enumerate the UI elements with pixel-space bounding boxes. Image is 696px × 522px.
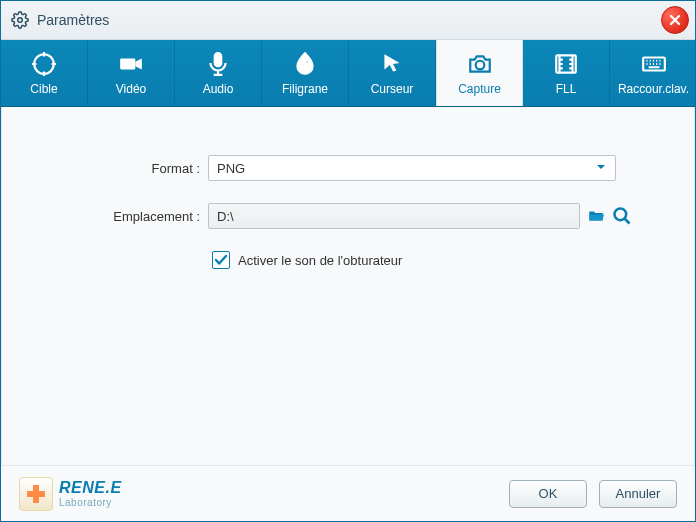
svg-rect-3 (215, 53, 222, 66)
brand-logo: RENE.E Laboratory (19, 477, 122, 511)
tab-video[interactable]: Vidéo (88, 40, 175, 106)
location-input[interactable] (208, 203, 580, 229)
location-label: Emplacement : (22, 209, 208, 224)
logo-box-icon (19, 477, 53, 511)
tabbar: Cible Vidéo Audio Filigrane Curseur Capt… (1, 40, 695, 107)
chevron-down-icon (595, 161, 607, 176)
tab-label: Audio (203, 82, 234, 96)
gear-icon (11, 11, 29, 29)
tab-label: Filigrane (282, 82, 328, 96)
svg-point-0 (18, 18, 23, 23)
tab-raccourci[interactable]: Raccour.clav. (610, 40, 696, 106)
titlebar: Paramètres (1, 1, 695, 40)
logo-text: RENE.E Laboratory (59, 480, 122, 508)
shutter-row: Activer le son de l'obturateur (212, 251, 674, 269)
cancel-button[interactable]: Annuler (599, 480, 677, 508)
footer: RENE.E Laboratory OK Annuler (1, 465, 695, 521)
svg-point-8 (615, 209, 627, 221)
tab-label: Capture (458, 82, 501, 96)
format-label: Format : (22, 161, 208, 176)
content-pane: Format : PNG Emplacement : (1, 107, 695, 465)
tab-cible[interactable]: Cible (1, 40, 88, 106)
logo-line1: RENE.E (59, 480, 122, 496)
format-row: Format : PNG (22, 155, 674, 181)
tab-audio[interactable]: Audio (175, 40, 262, 106)
close-button[interactable] (661, 6, 689, 34)
format-value: PNG (217, 161, 245, 176)
svg-rect-2 (120, 58, 135, 69)
svg-point-1 (34, 54, 54, 74)
tab-label: FLL (556, 82, 577, 96)
location-actions (586, 206, 632, 226)
tab-label: Curseur (371, 82, 414, 96)
settings-window: Paramètres Cible Vidéo Audio Filigrane C… (0, 0, 696, 522)
tab-fll[interactable]: FLL (523, 40, 610, 106)
location-row: Emplacement : (22, 203, 674, 229)
tab-curseur[interactable]: Curseur (349, 40, 436, 106)
shutter-label: Activer le son de l'obturateur (238, 253, 402, 268)
window-title: Paramètres (37, 12, 109, 28)
svg-point-4 (306, 60, 309, 63)
ok-button[interactable]: OK (509, 480, 587, 508)
search-icon[interactable] (612, 206, 632, 226)
format-select[interactable]: PNG (208, 155, 616, 181)
tab-label: Cible (30, 82, 57, 96)
browse-folder-icon[interactable] (586, 207, 606, 225)
svg-point-5 (475, 60, 484, 69)
tab-label: Vidéo (116, 82, 146, 96)
footer-buttons: OK Annuler (509, 480, 677, 508)
tab-filigrane[interactable]: Filigrane (262, 40, 349, 106)
logo-line2: Laboratory (59, 498, 122, 508)
tab-label: Raccour.clav. (618, 82, 689, 96)
tab-capture[interactable]: Capture (436, 39, 523, 106)
shutter-checkbox[interactable] (212, 251, 230, 269)
